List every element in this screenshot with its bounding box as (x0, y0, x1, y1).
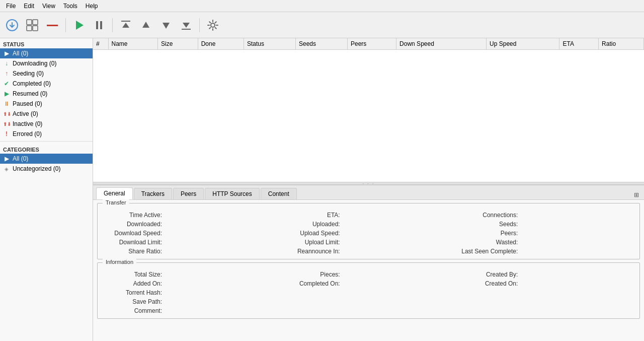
sidebar-item-categories-all[interactable]: ▶ All (0) (0, 154, 93, 164)
toolbar-separator-3 (199, 18, 200, 32)
tab-trackers[interactable]: Trackers (134, 188, 172, 199)
added-on-label: Added On: (102, 280, 162, 287)
all-icon: ▶ (3, 50, 10, 57)
add-torrent-icon (6, 19, 19, 32)
share-ratio-label: Share Ratio: (102, 248, 162, 255)
settings-button[interactable] (204, 16, 222, 34)
inactive-icon: ⬆⬇ (3, 121, 10, 127)
settings-icon (206, 19, 219, 32)
queue-down-button[interactable] (157, 16, 175, 34)
sidebar-item-paused-label: Paused (0) (13, 100, 42, 107)
col-header-down-speed[interactable]: Down Speed (396, 38, 487, 50)
svg-rect-4 (33, 26, 38, 31)
col-header-status[interactable]: Status (244, 38, 295, 50)
sidebar-item-paused[interactable]: ⏸ Paused (0) (0, 99, 93, 109)
start-button[interactable] (70, 16, 88, 34)
last-seen-row: Last Seen Complete: (457, 248, 635, 255)
col-header-eta[interactable]: ETA (559, 38, 599, 50)
svg-marker-11 (142, 22, 149, 28)
downloaded-label: Downloaded: (102, 221, 162, 228)
sidebar: STATUS ▶ All (0) ↓ Downloading (0) ↑ See… (0, 38, 93, 341)
save-path-row: Save Path: (102, 298, 635, 305)
eta-row: ETA: (280, 212, 458, 219)
sidebar-item-seeding[interactable]: ↑ Seeding (0) (0, 69, 93, 79)
svg-point-15 (211, 23, 215, 27)
tab-peers[interactable]: Peers (173, 188, 204, 199)
sidebar-item-inactive[interactable]: ⬆⬇ Inactive (0) (0, 119, 93, 129)
sidebar-item-active-label: Active (0) (13, 110, 38, 117)
created-by-label: Created By: (457, 271, 518, 278)
queue-bottom-button[interactable] (177, 16, 195, 34)
reannounce-row: Reannounce In: (280, 248, 458, 255)
categories-all-icon: ▶ (3, 155, 10, 162)
upload-limit-row: Upload Limit: (280, 239, 458, 246)
sidebar-item-downloading[interactable]: ↓ Downloading (0) (0, 58, 93, 69)
add-torrent-button[interactable] (3, 16, 21, 34)
tab-actions: ⊞ (632, 190, 641, 199)
queue-bottom-icon (180, 19, 193, 32)
svg-rect-5 (47, 25, 58, 26)
add-magnet-button[interactable] (23, 16, 41, 34)
tab-http-sources[interactable]: HTTP Sources (205, 188, 259, 199)
pieces-label: Pieces: (280, 271, 340, 278)
sidebar-item-resumed[interactable]: ▶ Resumed (0) (0, 89, 93, 99)
reannounce-label: Reannounce In: (280, 248, 340, 255)
add-magnet-icon (26, 19, 39, 32)
time-active-row: Time Active: (102, 212, 280, 219)
col-header-peers[interactable]: Peers (347, 38, 396, 50)
status-section-label: STATUS (0, 38, 93, 48)
tab-content-general: Transfer Time Active: ETA: Connections (93, 203, 644, 319)
svg-rect-1 (27, 20, 32, 25)
col-header-done[interactable]: Done (198, 38, 244, 50)
tab-corner-button[interactable]: ⊞ (632, 190, 641, 199)
queue-up-button[interactable] (137, 16, 155, 34)
transfer-info-grid: Time Active: ETA: Connections: (98, 203, 639, 259)
share-ratio-row: Share Ratio: (102, 248, 280, 255)
seeds-label: Seeds: (457, 221, 518, 228)
connections-row: Connections: (457, 212, 635, 219)
menu-edit[interactable]: Edit (20, 2, 38, 11)
tab-general[interactable]: General (96, 187, 133, 199)
paused-icon: ⏸ (3, 100, 10, 107)
downloaded-row: Downloaded: (102, 221, 280, 228)
sidebar-item-seeding-label: Seeding (0) (13, 70, 44, 77)
detail-panel: General Trackers Peers HTTP Sources Cont… (93, 185, 644, 341)
peers-label: Peers: (457, 230, 518, 237)
sidebar-item-errored[interactable]: ! Errored (0) (0, 129, 93, 139)
svg-rect-3 (27, 26, 32, 31)
sidebar-item-active[interactable]: ⬆⬇ Active (0) (0, 109, 93, 119)
tab-content[interactable]: Content (261, 188, 297, 199)
menu-view[interactable]: View (38, 2, 59, 11)
peers-row: Peers: (457, 230, 635, 237)
uncategorized-icon: ◈ (3, 166, 10, 172)
sidebar-item-uncategorized[interactable]: ◈ Uncategorized (0) (0, 164, 93, 174)
svg-marker-10 (122, 23, 129, 28)
sidebar-item-completed-label: Completed (0) (13, 80, 51, 87)
torrent-list[interactable]: # Name Size Done Status Seeds Peers Down… (93, 38, 644, 182)
col-header-up-speed[interactable]: Up Speed (487, 38, 559, 50)
queue-down-icon (159, 19, 173, 32)
sidebar-item-completed[interactable]: ✔ Completed (0) (0, 79, 93, 89)
queue-top-button[interactable] (117, 16, 135, 34)
errored-icon: ! (3, 130, 10, 138)
connections-label: Connections: (457, 212, 518, 219)
comment-row: Comment: (102, 307, 635, 314)
col-header-num[interactable]: # (93, 38, 108, 50)
menu-help[interactable]: Help (82, 2, 102, 11)
sidebar-item-all[interactable]: ▶ All (0) (0, 48, 93, 58)
col-header-seeds[interactable]: Seeds (295, 38, 347, 50)
uploaded-row: Uploaded: (280, 221, 458, 228)
svg-rect-2 (33, 20, 38, 25)
pause-button[interactable] (90, 16, 108, 34)
sidebar-item-inactive-label: Inactive (0) (13, 120, 42, 127)
created-by-row: Created By: (457, 271, 635, 278)
col-header-size[interactable]: Size (158, 38, 198, 50)
transfer-section: Transfer Time Active: ETA: Connections (97, 203, 640, 259)
pieces-row: Pieces: (280, 271, 458, 278)
remove-button[interactable] (43, 16, 61, 34)
svg-rect-8 (100, 21, 102, 29)
menu-tools[interactable]: Tools (59, 2, 82, 11)
col-header-name[interactable]: Name (108, 38, 158, 50)
col-header-ratio[interactable]: Ratio (599, 38, 644, 50)
menu-file[interactable]: File (2, 2, 20, 11)
